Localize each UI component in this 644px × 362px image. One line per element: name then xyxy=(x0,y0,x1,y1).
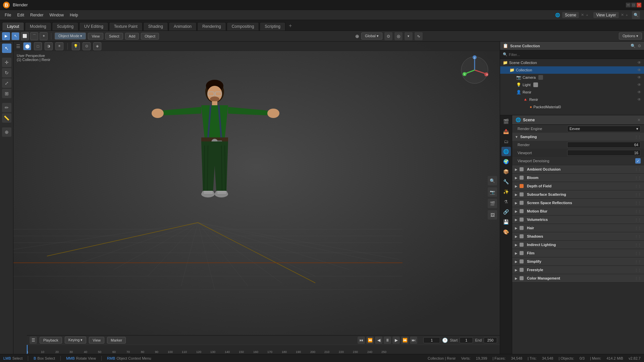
add-workspace-button[interactable]: + xyxy=(286,21,294,31)
viewport-samples-value[interactable]: 16 xyxy=(567,150,641,156)
lasso-tool[interactable]: ⌒ xyxy=(30,32,38,40)
cm-menu-icon[interactable]: ⋮⋮ xyxy=(635,277,641,280)
stop-button[interactable]: ⏸ xyxy=(384,337,391,344)
menu-edit[interactable]: Edit xyxy=(14,12,27,18)
tab-animation[interactable]: Animation xyxy=(169,22,197,31)
menu-window[interactable]: Window xyxy=(47,12,66,18)
cursor-tool-button[interactable]: ↖ xyxy=(2,44,11,53)
mb-menu-icon[interactable]: ⋮⋮ xyxy=(635,209,641,213)
render-samples-value[interactable]: 64 xyxy=(567,142,641,148)
color-management-header[interactable]: ▶ Color Management ⋮⋮ xyxy=(512,274,644,282)
output-props-button[interactable]: 📤 xyxy=(501,127,511,136)
hair-menu-icon[interactable]: ⋮⋮ xyxy=(635,226,641,230)
jump-start-button[interactable]: ⏮ xyxy=(358,337,365,344)
viewport-mode-btn[interactable]: ⬤ xyxy=(23,42,31,50)
playback-menu[interactable]: Playback xyxy=(40,337,62,344)
tab-scripting[interactable]: Scripting xyxy=(260,22,285,31)
scene-selector[interactable]: Scene xyxy=(562,12,579,18)
bloom-header[interactable]: ▶ Bloom ⋮⋮ xyxy=(512,174,644,182)
marker-menu[interactable]: Marker xyxy=(107,337,126,344)
sampling-section-header[interactable]: ▼ Sampling ⋮⋮ xyxy=(512,133,644,141)
close-button[interactable]: ✕ xyxy=(637,3,641,7)
proportional-dropdown[interactable]: ▾ xyxy=(405,32,413,40)
curve-icon[interactable]: ∿ xyxy=(415,32,423,40)
viewport-shading-btn[interactable]: 💡 xyxy=(72,42,80,50)
viewport-xray-btn[interactable]: ◈ xyxy=(93,42,101,50)
wireframe-mode-btn[interactable]: □ xyxy=(34,42,42,50)
outliner-item-material[interactable]: ● PackedMaterial0 xyxy=(500,103,644,111)
next-frame-button[interactable]: ⏩ xyxy=(401,337,409,344)
shadows-menu-icon[interactable]: ⋮⋮ xyxy=(635,235,641,238)
sss-header[interactable]: ▶ Subsurface Scattering ⋮⋮ xyxy=(512,190,644,198)
magic-tool[interactable]: ✦ xyxy=(40,32,48,40)
snap-icon[interactable]: ⊙ xyxy=(384,32,392,40)
add-menu-button[interactable]: Add xyxy=(125,33,139,40)
constraints-props-button[interactable]: 🔗 xyxy=(501,207,511,217)
tab-compositing[interactable]: Compositing xyxy=(227,22,259,31)
box-select-tool[interactable]: ⬜ xyxy=(21,32,29,40)
reverse-play-button[interactable]: ◀ xyxy=(375,337,382,344)
move-tool-button[interactable]: ✛ xyxy=(2,58,11,67)
object-props-button[interactable]: 📦 xyxy=(501,167,511,176)
rotate-tool-button[interactable]: ↻ xyxy=(2,68,11,77)
timeline-menu-icon[interactable]: ☰ xyxy=(30,337,37,344)
menu-file[interactable]: File xyxy=(2,12,14,18)
ssr-header[interactable]: ▶ Screen Space Reflections ⋮⋮ xyxy=(512,199,644,207)
viewport-denoising-checkbox[interactable]: ✓ xyxy=(635,158,641,164)
world-props-button[interactable]: 🌍 xyxy=(501,157,511,166)
outliner-visibility-icon[interactable]: 👁 xyxy=(637,97,641,102)
camera-view-button[interactable]: 📷 xyxy=(488,187,497,197)
transform-icon[interactable]: ⊕ xyxy=(355,34,359,39)
freestyle-header[interactable]: ▶ Freestyle ⋮⋮ xyxy=(512,266,644,274)
search-button[interactable]: 🔍 xyxy=(632,11,640,19)
toolbar-mode-icon[interactable]: ▶ xyxy=(2,32,10,40)
material-props-button[interactable]: 🎨 xyxy=(501,227,511,237)
menu-help[interactable]: Help xyxy=(67,12,81,18)
outliner-filter-icon[interactable]: 🔍 xyxy=(631,44,636,48)
outliner-item-collection[interactable]: 📁 Collection 👁 xyxy=(500,66,644,74)
view-layer-props-button[interactable]: 🗂 xyxy=(501,137,511,146)
dof-menu-icon[interactable]: ⋮⋮ xyxy=(635,184,641,188)
outliner-item-renir-mesh[interactable]: 🔺 Renir 👁 xyxy=(500,96,644,103)
select-tool-button[interactable]: ↖ xyxy=(11,32,19,40)
ao-menu-icon[interactable]: ⋮⋮ xyxy=(635,168,641,171)
outliner-visibility-icon[interactable]: 👁 xyxy=(637,82,641,87)
outliner-item-light[interactable]: 💡 Light 👁 xyxy=(500,81,644,88)
outliner-visibility-icon[interactable]: 👁 xyxy=(637,90,641,95)
render-props-button[interactable]: 🎬 xyxy=(501,117,511,126)
bloom-menu-icon[interactable]: ⋮⋮ xyxy=(635,176,641,180)
transform-tool-button[interactable]: ⊞ xyxy=(2,89,11,98)
jump-end-button[interactable]: ⏭ xyxy=(410,337,417,344)
outliner-settings-icon[interactable]: ⚙ xyxy=(638,44,641,48)
particle-props-button[interactable]: ✨ xyxy=(501,187,511,196)
ambient-occlusion-header[interactable]: ▶ Ambient Occlusion ⋮⋮ xyxy=(512,165,644,173)
scale-tool-button[interactable]: ⤢ xyxy=(2,78,11,88)
prev-frame-button[interactable]: ⏪ xyxy=(366,337,374,344)
view-layer-selector[interactable]: View Layer xyxy=(593,12,619,18)
viewport-gizmo[interactable]: Z X Y xyxy=(460,55,490,86)
annotate-tool-button[interactable]: ✏ xyxy=(2,103,11,112)
timeline-view-menu[interactable]: View xyxy=(89,337,104,344)
measure-tool-button[interactable]: 📏 xyxy=(2,113,11,123)
lock-camera-button[interactable]: 🎬 xyxy=(488,199,497,208)
view-menu-button[interactable]: View xyxy=(88,33,103,40)
object-mode-dropdown[interactable]: Object Mode ▾ xyxy=(55,33,86,40)
sampling-menu-icon[interactable]: ⋮⋮ xyxy=(635,135,641,139)
outliner-visibility-icon[interactable]: 👁 xyxy=(637,60,641,65)
tab-uv-editing[interactable]: UV Editing xyxy=(79,22,108,31)
render-button[interactable]: 🖼 xyxy=(488,210,497,220)
keying-menu[interactable]: Keying ▾ xyxy=(65,337,87,344)
play-button[interactable]: ▶ xyxy=(392,337,400,344)
outliner-search-input[interactable] xyxy=(509,53,641,57)
transform-global-dropdown[interactable]: Global ▾ xyxy=(361,33,382,40)
viewport[interactable]: ☰ ⬤ □ ◑ ☀ 💡 ⊙ ◈ User Perspective (1) Col… xyxy=(13,42,500,354)
end-frame-input[interactable]: 250 xyxy=(484,337,497,343)
sss-menu-icon[interactable]: ⋮⋮ xyxy=(635,193,641,196)
ssr-menu-icon[interactable]: ⋮⋮ xyxy=(635,201,641,205)
tab-rendering[interactable]: Rendering xyxy=(197,22,226,31)
prop-close-icon[interactable]: ✕ xyxy=(637,118,641,122)
tab-shading[interactable]: Shading xyxy=(143,22,168,31)
viewport-overlay-btn[interactable]: ⊙ xyxy=(83,42,91,50)
outliner-visibility-icon[interactable]: 👁 xyxy=(637,68,641,72)
vol-menu-icon[interactable]: ⋮⋮ xyxy=(635,218,641,222)
